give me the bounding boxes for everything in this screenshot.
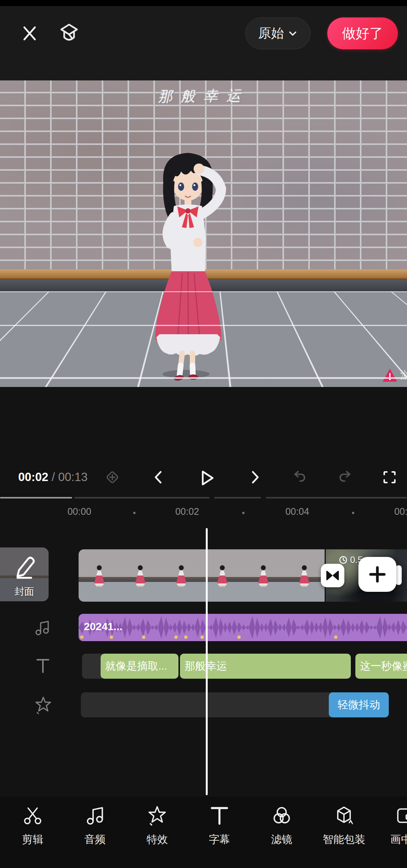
- video-thumbnail: [243, 549, 284, 602]
- transition-button[interactable]: [321, 564, 344, 587]
- beat-marker: [174, 635, 178, 639]
- game-watermark: 游: [382, 368, 407, 382]
- ruler-dot: [352, 512, 354, 514]
- video-thumbnail: [79, 549, 120, 602]
- audio-clip[interactable]: 20241...: [79, 614, 407, 641]
- close-button[interactable]: [19, 23, 40, 44]
- beat-marker: [200, 635, 204, 639]
- audio-clip-label: 20241...: [84, 621, 122, 633]
- tool-effects[interactable]: 特效: [127, 797, 188, 868]
- timeline-scroll-track: [266, 497, 407, 498]
- beat-marker: [237, 635, 241, 639]
- text-segment-label: 就像是摘取...: [101, 659, 172, 673]
- text-segment-label: 这一秒像蜜: [355, 659, 407, 673]
- beat-marker: [142, 635, 145, 639]
- warning-triangle-icon: [382, 368, 398, 382]
- timeline-scroll-track: [74, 497, 210, 498]
- tool-smart-packaging[interactable]: 智能包装: [314, 797, 374, 868]
- ruler-label-2: 00:04: [286, 506, 309, 517]
- tool-label: 字幕: [209, 832, 230, 847]
- ruler-label-1: 00:02: [175, 506, 199, 517]
- tool-label: 特效: [147, 832, 168, 847]
- time-separator: /: [48, 470, 58, 484]
- effect-segment[interactable]: 轻微抖动: [329, 692, 389, 717]
- cover-edit-tile[interactable]: 封面: [0, 547, 49, 601]
- plus-icon: [368, 565, 386, 583]
- tool-label: 智能包装: [323, 832, 365, 847]
- tool-label: 音频: [84, 832, 106, 847]
- tool-subtitles[interactable]: 字幕: [189, 797, 250, 868]
- effect-label: 轻微抖动: [338, 698, 380, 712]
- cube-icon: [333, 805, 355, 826]
- video-editor-app: 原始 做好了 那般幸运: [0, 0, 407, 868]
- tool-label: 剪辑: [22, 832, 43, 847]
- export-done-button[interactable]: 做好了: [327, 17, 398, 49]
- cover-label: 封面: [14, 585, 34, 598]
- beat-marker: [80, 635, 84, 639]
- add-clip-button[interactable]: [358, 557, 396, 592]
- current-time: 00:02: [18, 470, 48, 484]
- tool-audio[interactable]: 音频: [65, 797, 125, 868]
- resolution-label: 原始: [258, 25, 284, 42]
- watermark-text: 游: [400, 368, 407, 382]
- time-display: 00:02 / 00:13: [18, 470, 88, 484]
- undo-button[interactable]: [290, 467, 309, 487]
- previous-frame-button[interactable]: [148, 467, 168, 487]
- video-thumbnail: [202, 549, 243, 602]
- sparkle-star-icon: [34, 696, 52, 715]
- scissors-icon: [22, 805, 43, 826]
- character-figure: [125, 146, 251, 381]
- video-thumbnail: [161, 549, 202, 602]
- next-frame-button[interactable]: [245, 467, 265, 487]
- clock-icon: [339, 555, 348, 565]
- pencil-icon: [14, 556, 35, 580]
- beat-marker: [110, 635, 113, 639]
- video-preview[interactable]: 那般幸运: [0, 80, 407, 387]
- undo-icon: [291, 469, 308, 486]
- ruler-label-3: 00:: [394, 506, 407, 517]
- chevron-right-icon: [247, 469, 263, 486]
- close-icon: [21, 24, 39, 42]
- text-segment-3[interactable]: 这一秒像蜜: [355, 654, 407, 679]
- timeline-scroll-track: [214, 497, 261, 498]
- text-segment-1[interactable]: 就像是摘取...: [101, 654, 178, 679]
- resolution-selector[interactable]: 原始: [245, 17, 311, 49]
- fullscreen-icon: [381, 469, 398, 486]
- fullscreen-button[interactable]: [380, 467, 399, 487]
- tool-label: 画中画: [390, 832, 407, 847]
- playhead[interactable]: [206, 528, 208, 795]
- redo-icon: [336, 469, 354, 486]
- top-bar: 原始 做好了: [0, 0, 407, 80]
- text-icon: [36, 658, 50, 674]
- timeline-scroll-indicator[interactable]: [0, 497, 72, 498]
- total-time: 00:13: [58, 470, 88, 484]
- beat-marker: [184, 635, 188, 639]
- tutorial-button[interactable]: [55, 20, 83, 47]
- video-thumbnail: [284, 549, 325, 602]
- chevron-down-icon: [288, 28, 298, 38]
- graduation-cap-icon: [57, 22, 81, 45]
- music-note-icon: [84, 805, 106, 826]
- redo-button[interactable]: [335, 467, 355, 487]
- video-clip-1[interactable]: [79, 549, 325, 602]
- audio-waveform: [79, 614, 407, 641]
- play-button[interactable]: [196, 467, 217, 489]
- tool-picture-in-picture[interactable]: 画中画: [376, 797, 407, 868]
- beat-marker: [334, 635, 338, 639]
- play-icon: [196, 467, 217, 489]
- tool-label: 滤镜: [271, 832, 292, 847]
- status-bar: [0, 0, 407, 6]
- music-note-icon: [33, 619, 51, 637]
- tool-edit[interactable]: 剪辑: [2, 797, 63, 868]
- video-thumbnail: [120, 549, 161, 602]
- chevron-left-icon: [150, 469, 167, 486]
- bottom-toolbar: 剪辑 音频 特效 字幕 滤镜: [0, 797, 407, 868]
- sparkle-star-icon: [147, 805, 168, 826]
- add-keyframe-button[interactable]: [103, 467, 122, 487]
- filter-circles-icon: [271, 805, 292, 826]
- clip-trim-handle[interactable]: [396, 565, 402, 585]
- transition-bowtie-icon: [326, 570, 339, 581]
- pip-icon: [396, 805, 407, 826]
- tool-filters[interactable]: 滤镜: [251, 797, 312, 868]
- text-icon: [209, 805, 230, 826]
